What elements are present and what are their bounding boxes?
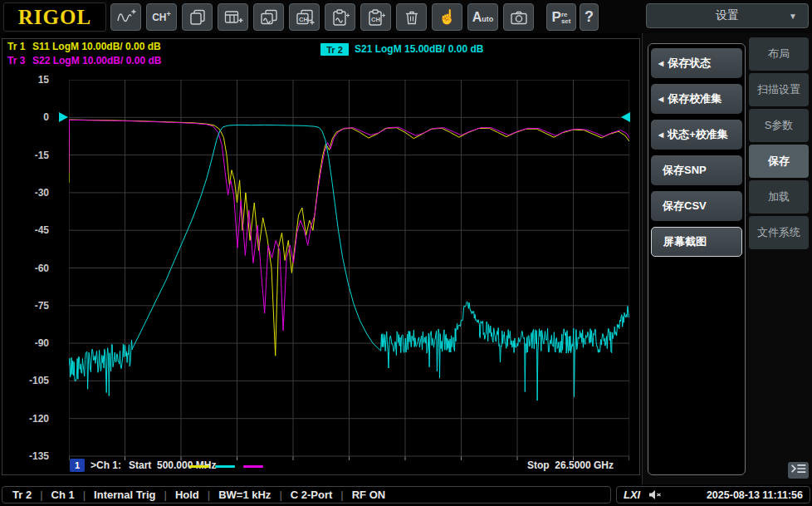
trace-label-tr3[interactable]: Tr 3S22 LogM 10.00dB/ 0.00 dB — [7, 55, 161, 66]
status-active-channel: Ch 1 — [32, 489, 75, 501]
channel-number-badge[interactable]: 1 — [70, 459, 85, 472]
menu-item-save-csv[interactable]: 保存CSV — [651, 191, 742, 221]
menu-item-save-state[interactable]: ◀保存状态 — [651, 48, 742, 78]
y-axis-tick-label: -135 — [29, 450, 49, 462]
window-trace-icon — [259, 8, 279, 27]
window-trace-button[interactable] — [253, 3, 284, 31]
sidebar-menu: ◀保存状态 ◀保存校准集 ◀状态+校准集 保存SNP 保存CSV 屏幕截图 布局… — [642, 33, 812, 484]
add-channel-button[interactable]: CH+ — [146, 3, 177, 31]
vna-screen: { "colors": {"yellow":"#e3e300","cyan":"… — [0, 0, 812, 506]
status-active-trace: Tr 2 — [12, 489, 32, 501]
new-window-button[interactable] — [182, 3, 213, 31]
preset-icon: Preset — [552, 9, 571, 26]
toolbar: RIGOL CH+ CH CH ☝ Auto Preset ? 设置 ▼ — [0, 0, 812, 33]
auto-icon: Auto — [472, 10, 494, 25]
menu-dropdown[interactable]: 设置 ▼ — [646, 3, 809, 28]
y-axis-tick-label: -45 — [35, 224, 49, 236]
help-button[interactable]: ? — [580, 3, 599, 31]
submenu-panel: ◀保存状态 ◀保存校准集 ◀状态+校准集 保存SNP 保存CSV 屏幕截图 — [648, 43, 746, 475]
window-channel-icon: CH — [295, 8, 315, 27]
status-rf-output: RF ON — [332, 489, 385, 501]
touch-icon: ☝ — [438, 8, 456, 26]
clock: 2025-08-13 11:11:56 — [707, 489, 803, 501]
active-trace-badge[interactable]: Tr 2 — [320, 43, 349, 56]
add-channel-icon: CH+ — [152, 12, 171, 23]
mute-icon[interactable] — [648, 489, 662, 500]
menu-item-save-snp[interactable]: 保存SNP — [651, 155, 742, 185]
y-axis: 150-15-30-45-60-75-90-105-120-135 — [7, 80, 49, 456]
stop-frequency-label: Stop 26.5000 GHz — [527, 459, 614, 471]
reference-level-marker-right-icon[interactable] — [621, 112, 630, 122]
channel-prefix-label: >Ch 1: — [90, 459, 121, 471]
status-sweep-state: Hold — [155, 489, 198, 501]
y-axis-tick-label: -90 — [35, 337, 49, 349]
status-bar: Tr 2 Ch 1 Internal Trig Hold BW=1 kHz C … — [0, 484, 812, 506]
plot-grid — [69, 80, 629, 460]
status-if-bandwidth: BW=1 kHz — [199, 489, 271, 501]
y-axis-tick-label: 0 — [43, 111, 49, 123]
menu-item-save-cal-set[interactable]: ◀保存校准集 — [651, 84, 742, 114]
screenshot-button[interactable] — [503, 3, 534, 31]
y-axis-tick-label: -30 — [35, 187, 49, 199]
menu-item-state-plus-cal[interactable]: ◀状态+校准集 — [651, 120, 742, 150]
camera-icon — [509, 8, 529, 27]
trace-label-tr2[interactable]: S21 LogM 15.00dB/ 0.00 dB — [355, 43, 483, 55]
plot-canvas — [69, 80, 629, 462]
copy-trace-button[interactable] — [325, 3, 355, 31]
clipboard-trace-icon — [330, 8, 350, 27]
tab-s-parameters[interactable]: S参数 — [749, 109, 809, 142]
trace1-color-swatch — [189, 465, 209, 468]
clipboard-channel-icon: CH — [366, 8, 386, 27]
help-icon: ? — [585, 8, 594, 26]
add-table-button[interactable] — [218, 3, 248, 31]
tab-load[interactable]: 加载 — [749, 180, 809, 214]
chevron-left-icon: ◀ — [658, 96, 663, 103]
y-axis-tick-label: -15 — [35, 150, 49, 161]
y-axis-tick-label: 15 — [38, 74, 49, 86]
delete-button[interactable] — [396, 3, 427, 31]
menu-title: 设置 — [716, 8, 739, 23]
y-axis-tick-label: -75 — [35, 300, 49, 312]
rigol-logo: RIGOL — [3, 2, 106, 32]
status-calibration: C 2-Port — [271, 489, 332, 501]
add-trace-button[interactable] — [110, 3, 141, 31]
status-trigger-source: Internal Trig — [75, 489, 156, 501]
chevron-down-icon: ▼ — [789, 12, 797, 21]
preset-button[interactable]: Preset — [546, 3, 576, 31]
touch-button[interactable]: ☝ — [432, 3, 462, 31]
status-left-section: Tr 2 Ch 1 Internal Trig Hold BW=1 kHz C … — [2, 486, 611, 504]
trace2-color-swatch — [215, 465, 235, 468]
svg-text:CH: CH — [299, 16, 308, 23]
trash-icon — [402, 8, 422, 27]
menu-item-screenshot[interactable]: 屏幕截图 — [651, 227, 742, 257]
trace3-color-swatch — [243, 465, 263, 468]
tab-sweep-setup[interactable]: 扫描设置 — [749, 73, 809, 106]
copy-channel-button[interactable]: CH — [360, 3, 391, 31]
y-axis-tick-label: -105 — [29, 375, 49, 386]
tab-layout[interactable]: 布局 — [749, 37, 809, 71]
channel-window: Tr 1S11 LogM 10.00dB/ 0.00 dB Tr 3S22 Lo… — [2, 38, 640, 475]
chevron-left-icon: ◀ — [658, 131, 663, 139]
table-add-icon — [223, 8, 243, 27]
tab-save[interactable]: 保存 — [749, 145, 809, 178]
collapse-menu-icon — [790, 463, 807, 478]
menu-collapse-button[interactable] — [788, 462, 809, 479]
add-trace-icon — [116, 8, 136, 27]
y-axis-tick-label: -120 — [29, 413, 49, 425]
y-axis-tick-label: -60 — [35, 263, 49, 274]
auto-scale-button[interactable]: Auto — [467, 3, 498, 31]
status-right-section: LXI 2025-08-13 11:11:56 — [616, 486, 810, 504]
lxi-indicator: LXI — [624, 489, 640, 501]
stacked-windows-icon — [188, 8, 208, 27]
svg-text:CH: CH — [371, 16, 380, 23]
chevron-left-icon: ◀ — [658, 60, 663, 67]
reference-level-marker-left-icon[interactable] — [59, 112, 68, 122]
window-channel-button[interactable]: CH — [289, 3, 320, 31]
tab-file-system[interactable]: 文件系统 — [749, 216, 809, 249]
trace-label-tr1[interactable]: Tr 1S11 LogM 10.00dB/ 0.00 dB — [7, 41, 161, 52]
